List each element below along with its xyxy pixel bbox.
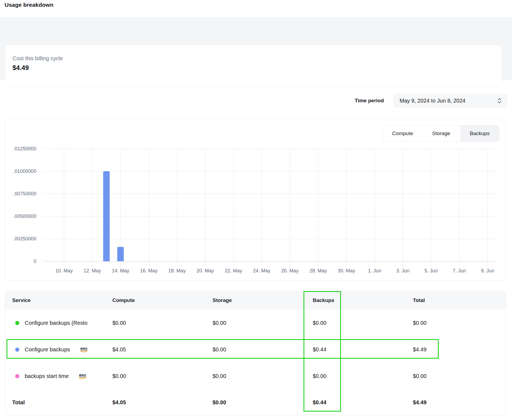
column-header-total: Total <box>406 297 506 303</box>
service-name: Configure backups (Resto <box>25 320 87 326</box>
total-total-value: $4.49 <box>406 399 506 406</box>
aws-logo-icon: aws <box>79 346 89 353</box>
storage-value: $0.00 <box>206 346 306 353</box>
svg-text:12. May: 12. May <box>84 268 101 273</box>
service-cell: Configure backups (Resto <box>5 320 105 326</box>
tab-compute[interactable]: Compute <box>383 126 422 141</box>
svg-text:10. May: 10. May <box>55 268 73 273</box>
svg-text:20. May: 20. May <box>197 268 214 273</box>
svg-text:.01250000: .01250000 <box>13 146 36 151</box>
svg-text:9. Jun: 9. Jun <box>481 268 494 273</box>
svg-text:.01000000: .01000000 <box>13 168 36 174</box>
total-value: $0.00 <box>406 320 506 326</box>
svg-text:.00750000: .00750000 <box>13 191 36 196</box>
total-row-label: Total <box>5 399 105 406</box>
svg-text:1. Jun: 1. Jun <box>368 268 381 273</box>
series-color-dot <box>15 374 19 378</box>
time-period-row: Time period May 9, 2024 to Jun 8, 2024 <box>355 94 507 107</box>
time-period-label: Time period <box>355 98 384 104</box>
column-header-backups: Backups <box>306 297 406 303</box>
chevron-updown-icon <box>497 97 502 104</box>
storage-value: $0.00 <box>206 320 306 326</box>
column-header-service: Service <box>5 297 105 303</box>
column-header-compute: Compute <box>105 297 206 303</box>
table-header-row: ServiceComputeStorageBackupsTotal <box>5 291 506 310</box>
svg-text:7. Jun: 7. Jun <box>453 268 466 273</box>
tab-backups[interactable]: Backups <box>460 126 499 141</box>
table-row: backups start timeaws$0.00$0.00$0.00$0.0… <box>5 363 506 389</box>
page-title: Usage breakdown <box>5 2 53 8</box>
column-header-storage: Storage <box>206 297 306 303</box>
svg-text:30. May: 30. May <box>338 268 355 273</box>
compute-value: $0.00 <box>105 320 206 326</box>
time-period-select[interactable]: May 9, 2024 to Jun 8, 2024 <box>394 94 507 107</box>
table-total-row: Total$4.05$0.00$0.44$4.49 <box>5 389 506 415</box>
svg-text:.00250000: .00250000 <box>13 236 36 241</box>
total-compute-value: $4.05 <box>105 399 206 406</box>
total-value: $0.00 <box>406 373 506 379</box>
table-row: Configure backups (Resto$0.00$0.00$0.00$… <box>5 310 506 336</box>
svg-text:26. May: 26. May <box>281 268 299 273</box>
service-cell: Configure backupsaws <box>5 346 105 353</box>
service-name: backups start time <box>25 373 69 379</box>
svg-text:24. May: 24. May <box>253 268 270 273</box>
series-color-dot <box>15 321 19 325</box>
backups-value: $0.00 <box>306 373 406 379</box>
svg-text:18. May: 18. May <box>168 268 186 273</box>
table-row: Configure backupsaws$4.05$0.00$0.44$4.49 <box>5 336 506 363</box>
total-backups-value: $0.44 <box>306 399 406 406</box>
backups-value: $0.00 <box>306 320 406 326</box>
svg-text:.00500000: .00500000 <box>13 214 36 219</box>
aws-logo-icon: aws <box>78 373 87 379</box>
billing-cycle-cost-value: $4.49 <box>12 64 29 72</box>
backups-value: $0.44 <box>306 346 406 353</box>
svg-text:22. May: 22. May <box>225 268 242 273</box>
billing-cycle-cost-label: Cost this billing cycle <box>12 55 63 62</box>
svg-text:aws: aws <box>79 373 86 377</box>
series-color-dot <box>15 348 19 352</box>
compute-value: $4.05 <box>105 346 206 353</box>
usage-table-card: ServiceComputeStorageBackupsTotal Config… <box>5 291 506 415</box>
billing-cycle-cost-card: Cost this billing cycle $4.49 <box>5 45 502 87</box>
svg-text:aws: aws <box>80 346 88 351</box>
total-storage-value: $0.00 <box>206 399 306 406</box>
service-cell: backups start timeaws <box>5 373 105 379</box>
usage-chart-card: ComputeStorageBackups .01250000.01000000… <box>5 119 506 281</box>
svg-text:0: 0 <box>34 259 36 264</box>
svg-text:14. May: 14. May <box>112 268 129 273</box>
backups-usage-bar-chart: .01250000.01000000.00750000.00500000.002… <box>5 119 506 281</box>
svg-text:3. Jun: 3. Jun <box>396 268 409 273</box>
svg-text:5. Jun: 5. Jun <box>424 268 438 273</box>
total-value: $4.49 <box>406 346 506 353</box>
service-name: Configure backups <box>25 346 70 353</box>
storage-value: $0.00 <box>206 373 306 379</box>
svg-text:16. May: 16. May <box>140 268 157 273</box>
chart-metric-tabs: ComputeStorageBackups <box>383 125 499 142</box>
compute-value: $0.00 <box>105 373 206 379</box>
tab-storage[interactable]: Storage <box>422 126 460 141</box>
time-period-value: May 9, 2024 to Jun 8, 2024 <box>400 98 465 104</box>
billing-summary-band: Cost this billing cycle $4.49 <box>0 17 512 80</box>
svg-text:28. May: 28. May <box>309 268 327 273</box>
